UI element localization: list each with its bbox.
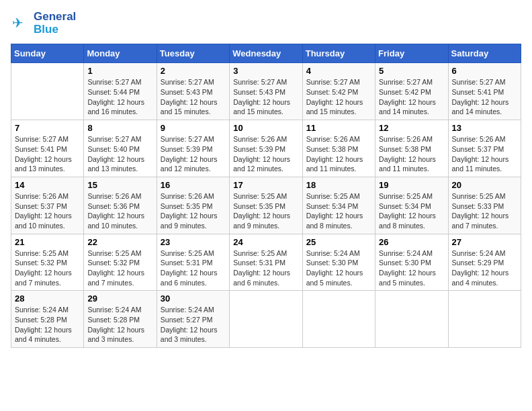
- day-number: 6: [452, 66, 517, 76]
- day-info: Sunrise: 5:26 AM Sunset: 5:35 PM Dayligh…: [161, 191, 226, 231]
- day-number: 5: [379, 66, 444, 76]
- day-info: Sunrise: 5:26 AM Sunset: 5:36 PM Dayligh…: [87, 191, 152, 231]
- day-cell: [11, 63, 84, 120]
- day-cell: 21Sunrise: 5:25 AM Sunset: 5:32 PM Dayli…: [11, 234, 84, 291]
- day-info: Sunrise: 5:25 AM Sunset: 5:32 PM Dayligh…: [15, 248, 80, 288]
- day-number: 30: [161, 293, 226, 304]
- day-number: 23: [161, 237, 226, 247]
- day-info: Sunrise: 5:24 AM Sunset: 5:30 PM Dayligh…: [306, 248, 371, 288]
- day-number: 20: [452, 180, 517, 190]
- day-number: 15: [87, 180, 152, 190]
- day-cell: 10Sunrise: 5:26 AM Sunset: 5:39 PM Dayli…: [230, 120, 302, 177]
- day-cell: 7Sunrise: 5:27 AM Sunset: 5:41 PM Daylig…: [11, 120, 84, 177]
- day-cell: 30Sunrise: 5:24 AM Sunset: 5:27 PM Dayli…: [157, 291, 229, 348]
- day-info: Sunrise: 5:27 AM Sunset: 5:41 PM Dayligh…: [15, 134, 80, 174]
- week-row-5: 28Sunrise: 5:24 AM Sunset: 5:28 PM Dayli…: [11, 291, 521, 348]
- day-cell: 8Sunrise: 5:27 AM Sunset: 5:40 PM Daylig…: [84, 120, 157, 177]
- day-number: 22: [87, 237, 152, 247]
- day-cell: 6Sunrise: 5:27 AM Sunset: 5:41 PM Daylig…: [448, 63, 521, 120]
- day-info: Sunrise: 5:27 AM Sunset: 5:43 PM Dayligh…: [161, 77, 226, 117]
- col-header-thursday: Thursday: [302, 44, 375, 63]
- day-cell: 1Sunrise: 5:27 AM Sunset: 5:44 PM Daylig…: [84, 63, 157, 120]
- day-cell: [375, 291, 448, 348]
- logo: ✈ General Blue: [11, 11, 76, 36]
- logo-icon: ✈: [11, 13, 31, 34]
- day-cell: 18Sunrise: 5:25 AM Sunset: 5:34 PM Dayli…: [302, 177, 375, 234]
- logo-line1: General: [34, 11, 76, 24]
- day-info: Sunrise: 5:25 AM Sunset: 5:32 PM Dayligh…: [87, 248, 152, 288]
- day-number: 3: [233, 66, 298, 76]
- day-number: 1: [87, 66, 152, 76]
- day-number: 8: [87, 123, 152, 133]
- day-number: 7: [15, 123, 80, 133]
- day-cell: 29Sunrise: 5:24 AM Sunset: 5:28 PM Dayli…: [84, 291, 157, 348]
- col-header-sunday: Sunday: [11, 44, 84, 63]
- day-info: Sunrise: 5:24 AM Sunset: 5:28 PM Dayligh…: [15, 305, 80, 345]
- day-cell: [230, 291, 302, 348]
- day-cell: 12Sunrise: 5:26 AM Sunset: 5:38 PM Dayli…: [375, 120, 448, 177]
- day-number: 14: [15, 180, 80, 190]
- day-cell: 17Sunrise: 5:25 AM Sunset: 5:35 PM Dayli…: [230, 177, 302, 234]
- day-number: 24: [233, 237, 298, 247]
- day-number: 16: [161, 180, 226, 190]
- day-number: 12: [379, 123, 444, 133]
- header-row: SundayMondayTuesdayWednesdayThursdayFrid…: [11, 44, 521, 63]
- day-info: Sunrise: 5:27 AM Sunset: 5:41 PM Dayligh…: [452, 77, 517, 117]
- day-info: Sunrise: 5:27 AM Sunset: 5:39 PM Dayligh…: [161, 134, 226, 174]
- day-info: Sunrise: 5:27 AM Sunset: 5:42 PM Dayligh…: [306, 77, 371, 117]
- day-number: 21: [15, 237, 80, 247]
- day-number: 2: [161, 66, 226, 76]
- day-info: Sunrise: 5:25 AM Sunset: 5:34 PM Dayligh…: [306, 191, 371, 231]
- day-number: 25: [306, 237, 371, 247]
- day-info: Sunrise: 5:25 AM Sunset: 5:31 PM Dayligh…: [161, 248, 226, 288]
- day-info: Sunrise: 5:27 AM Sunset: 5:40 PM Dayligh…: [87, 134, 152, 174]
- day-info: Sunrise: 5:25 AM Sunset: 5:34 PM Dayligh…: [379, 191, 444, 231]
- day-info: Sunrise: 5:25 AM Sunset: 5:31 PM Dayligh…: [233, 248, 298, 288]
- col-header-wednesday: Wednesday: [230, 44, 302, 63]
- day-info: Sunrise: 5:26 AM Sunset: 5:37 PM Dayligh…: [452, 134, 517, 174]
- week-row-1: 1Sunrise: 5:27 AM Sunset: 5:44 PM Daylig…: [11, 63, 521, 120]
- day-cell: 13Sunrise: 5:26 AM Sunset: 5:37 PM Dayli…: [448, 120, 521, 177]
- day-cell: 27Sunrise: 5:24 AM Sunset: 5:29 PM Dayli…: [448, 234, 521, 291]
- day-number: 27: [452, 237, 517, 247]
- day-number: 28: [15, 293, 80, 304]
- day-cell: 23Sunrise: 5:25 AM Sunset: 5:31 PM Dayli…: [157, 234, 229, 291]
- day-cell: 4Sunrise: 5:27 AM Sunset: 5:42 PM Daylig…: [302, 63, 375, 120]
- day-info: Sunrise: 5:26 AM Sunset: 5:37 PM Dayligh…: [15, 191, 80, 231]
- col-header-tuesday: Tuesday: [157, 44, 229, 63]
- day-number: 19: [379, 180, 444, 190]
- svg-text:✈: ✈: [12, 15, 24, 30]
- day-cell: 20Sunrise: 5:25 AM Sunset: 5:33 PM Dayli…: [448, 177, 521, 234]
- day-cell: 11Sunrise: 5:26 AM Sunset: 5:38 PM Dayli…: [302, 120, 375, 177]
- day-cell: 26Sunrise: 5:24 AM Sunset: 5:30 PM Dayli…: [375, 234, 448, 291]
- week-row-3: 14Sunrise: 5:26 AM Sunset: 5:37 PM Dayli…: [11, 177, 521, 234]
- day-info: Sunrise: 5:26 AM Sunset: 5:38 PM Dayligh…: [379, 134, 444, 174]
- day-cell: 16Sunrise: 5:26 AM Sunset: 5:35 PM Dayli…: [157, 177, 229, 234]
- day-number: 17: [233, 180, 298, 190]
- day-number: 13: [452, 123, 517, 133]
- week-row-4: 21Sunrise: 5:25 AM Sunset: 5:32 PM Dayli…: [11, 234, 521, 291]
- day-cell: 19Sunrise: 5:25 AM Sunset: 5:34 PM Dayli…: [375, 177, 448, 234]
- day-number: 9: [161, 123, 226, 133]
- day-number: 4: [306, 66, 371, 76]
- week-row-2: 7Sunrise: 5:27 AM Sunset: 5:41 PM Daylig…: [11, 120, 521, 177]
- day-info: Sunrise: 5:24 AM Sunset: 5:29 PM Dayligh…: [452, 248, 517, 288]
- page-header: ✈ General Blue: [11, 11, 521, 36]
- day-cell: 2Sunrise: 5:27 AM Sunset: 5:43 PM Daylig…: [157, 63, 229, 120]
- day-cell: 9Sunrise: 5:27 AM Sunset: 5:39 PM Daylig…: [157, 120, 229, 177]
- day-cell: 15Sunrise: 5:26 AM Sunset: 5:36 PM Dayli…: [84, 177, 157, 234]
- day-number: 29: [87, 293, 152, 304]
- day-info: Sunrise: 5:27 AM Sunset: 5:42 PM Dayligh…: [379, 77, 444, 117]
- day-info: Sunrise: 5:25 AM Sunset: 5:35 PM Dayligh…: [233, 191, 298, 231]
- day-info: Sunrise: 5:25 AM Sunset: 5:33 PM Dayligh…: [452, 191, 517, 231]
- day-cell: 3Sunrise: 5:27 AM Sunset: 5:43 PM Daylig…: [230, 63, 302, 120]
- day-number: 26: [379, 237, 444, 247]
- day-cell: 24Sunrise: 5:25 AM Sunset: 5:31 PM Dayli…: [230, 234, 302, 291]
- day-number: 11: [306, 123, 371, 133]
- logo-line2: Blue: [34, 24, 76, 36]
- day-cell: [448, 291, 521, 348]
- day-cell: 28Sunrise: 5:24 AM Sunset: 5:28 PM Dayli…: [11, 291, 84, 348]
- day-number: 10: [233, 123, 298, 133]
- day-cell: 22Sunrise: 5:25 AM Sunset: 5:32 PM Dayli…: [84, 234, 157, 291]
- col-header-friday: Friday: [375, 44, 448, 63]
